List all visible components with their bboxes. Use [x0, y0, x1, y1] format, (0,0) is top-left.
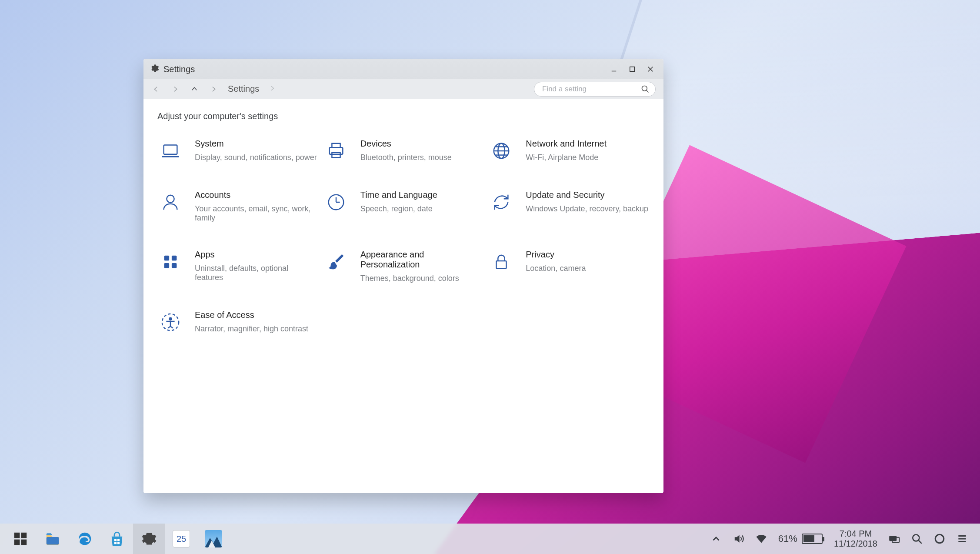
svg-rect-30 [21, 540, 27, 545]
window-toolbar: Settings [143, 79, 663, 99]
svg-point-42 [935, 534, 944, 543]
sync-icon [489, 190, 513, 214]
svg-rect-20 [164, 256, 170, 261]
forward-button[interactable] [170, 84, 180, 94]
hamburger-menu-button[interactable] [957, 533, 968, 544]
calendar-day: 25 [177, 534, 186, 544]
category-devices[interactable]: Devices Bluetooth, printers, mouse [323, 137, 484, 165]
search-input[interactable] [534, 82, 656, 97]
tray-overflow-button[interactable] [710, 533, 722, 544]
minimize-button[interactable] [608, 63, 620, 75]
calendar-icon: 25 [173, 530, 190, 547]
svg-rect-29 [14, 540, 20, 545]
category-desc: Wi-Fi, Airplane Mode [526, 153, 607, 162]
clock-icon [324, 190, 348, 214]
svg-rect-1 [630, 67, 635, 72]
back-button[interactable] [151, 84, 161, 94]
mountain-icon [205, 530, 222, 547]
category-title: Accounts [195, 190, 318, 200]
volume-icon[interactable] [733, 533, 744, 544]
svg-point-40 [913, 534, 919, 541]
svg-rect-21 [172, 256, 177, 261]
apps-grid-icon [158, 250, 183, 274]
window-titlebar[interactable]: Settings [143, 59, 663, 79]
category-title: Ease of Access [195, 310, 308, 320]
taskbar-clock[interactable]: 7:04 PM 11/12/2018 [834, 529, 877, 549]
category-title: Privacy [526, 250, 586, 260]
battery-status[interactable]: 61% [778, 533, 823, 544]
svg-rect-27 [14, 533, 20, 538]
chevron-right-icon [209, 84, 218, 94]
category-title: Time and Language [360, 190, 437, 200]
close-button[interactable] [644, 63, 657, 75]
svg-rect-24 [497, 261, 507, 268]
page-subtitle: Adjust your computer's settings [157, 111, 650, 121]
cortana-button[interactable] [934, 533, 945, 544]
maximize-button[interactable] [626, 63, 638, 75]
start-button[interactable] [4, 524, 37, 554]
svg-point-4 [642, 86, 647, 91]
category-desc: Bluetooth, printers, mouse [360, 153, 452, 162]
laptop-icon [158, 139, 183, 163]
taskbar: 25 61% 7:04 PM [0, 524, 980, 554]
category-network[interactable]: Network and Internet Wi-Fi, Airplane Mod… [488, 137, 650, 165]
wifi-icon[interactable] [756, 533, 767, 544]
category-desc: Themes, background, colors [360, 274, 483, 283]
accessibility-icon [158, 310, 183, 334]
svg-rect-28 [21, 533, 27, 538]
battery-percent: 61% [778, 533, 797, 544]
taskbar-calendar[interactable]: 25 [165, 524, 197, 554]
search-icon[interactable] [641, 85, 650, 93]
battery-icon [802, 534, 823, 544]
svg-point-26 [169, 317, 172, 321]
category-time[interactable]: Time and Language Speech, region, date [323, 188, 484, 224]
globe-icon [489, 139, 513, 163]
category-title: Appearance and Personalization [360, 250, 483, 270]
svg-rect-23 [172, 263, 177, 268]
category-title: Apps [195, 250, 318, 260]
category-privacy[interactable]: Privacy Location, camera [488, 248, 650, 285]
category-update[interactable]: Update and Security Windows Update, reco… [488, 188, 650, 224]
settings-window: Settings Settings [143, 59, 663, 493]
category-appearance[interactable]: Appearance and Personalization Themes, b… [323, 248, 484, 285]
category-title: Update and Security [526, 190, 648, 200]
svg-rect-38 [890, 536, 897, 541]
svg-rect-32 [114, 539, 117, 541]
taskbar-edge[interactable] [69, 524, 101, 554]
taskbar-pinned-app[interactable] [197, 524, 230, 554]
taskbar-file-explorer[interactable] [37, 524, 69, 554]
category-apps[interactable]: Apps Uninstall, defaults, optional featu… [157, 248, 319, 285]
search-box [534, 82, 656, 97]
category-accounts[interactable]: Accounts Your accounts, email, sync, wor… [157, 188, 319, 224]
clock-time: 7:04 PM [840, 529, 872, 539]
category-desc: Uninstall, defaults, optional features [195, 264, 318, 282]
svg-rect-31 [47, 537, 59, 544]
lock-icon [489, 250, 513, 274]
breadcrumb-settings[interactable]: Settings [228, 84, 259, 94]
svg-rect-34 [114, 542, 117, 544]
task-view-button[interactable] [889, 533, 900, 544]
gear-icon [150, 63, 159, 75]
taskbar-search-button[interactable] [911, 533, 923, 544]
category-ease-of-access[interactable]: Ease of Access Narrator, magnifier, high… [157, 308, 319, 336]
settings-body: Adjust your computer's settings System D… [143, 99, 663, 493]
window-controls [608, 63, 659, 75]
category-desc: Narrator, magnifier, high contrast [195, 324, 308, 334]
svg-line-5 [647, 90, 649, 92]
svg-rect-6 [164, 145, 177, 154]
category-title: Network and Internet [526, 139, 607, 149]
svg-rect-22 [164, 263, 170, 268]
svg-rect-35 [117, 542, 120, 544]
category-desc: Display, sound, notifications, power [195, 153, 317, 162]
chevron-right-icon [269, 84, 276, 94]
category-desc: Speech, region, date [360, 204, 437, 214]
brush-icon [324, 250, 348, 274]
clock-date: 11/12/2018 [834, 539, 877, 549]
taskbar-store[interactable] [101, 524, 133, 554]
svg-point-16 [167, 195, 174, 203]
category-system[interactable]: System Display, sound, notifications, po… [157, 137, 319, 165]
up-button[interactable] [190, 84, 199, 94]
svg-line-41 [918, 540, 922, 544]
window-title: Settings [163, 64, 195, 74]
taskbar-settings[interactable] [133, 524, 165, 554]
